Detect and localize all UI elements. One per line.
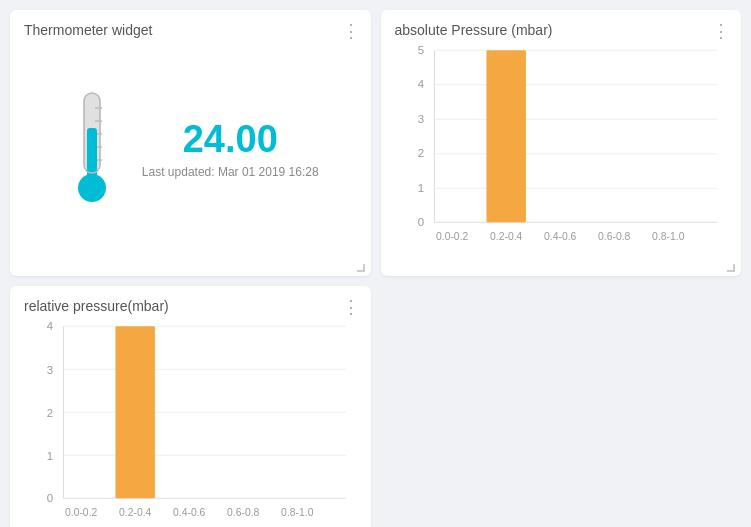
svg-text:0.2-0.4: 0.2-0.4 [119,507,152,518]
svg-rect-22 [486,50,525,222]
svg-text:4: 4 [47,321,53,333]
relative-pressure-title: relative pressure(mbar) [24,298,357,314]
temperature-value: 24.00 [183,118,278,161]
svg-text:0.6-0.8: 0.6-0.8 [227,507,260,518]
svg-text:0: 0 [417,216,423,228]
svg-text:0.4-0.6: 0.4-0.6 [173,507,206,518]
last-updated: Last updated: Mar 01 2019 16:28 [142,165,319,179]
thermometer-menu[interactable]: ⋮ [342,22,361,40]
relative-pressure-chart: 4 3 2 1 0 0.0-0.2 0.2-0.4 0.4-0.6 0.6-0.… [24,318,357,527]
svg-text:1: 1 [47,450,53,462]
svg-text:4: 4 [417,78,423,90]
absolute-pressure-title: absolute Pressure (mbar) [395,22,728,38]
resize-handle[interactable] [357,264,365,272]
svg-text:0.8-1.0: 0.8-1.0 [652,231,685,242]
svg-text:3: 3 [47,364,53,376]
dashboard: Thermometer widget ⋮ [0,0,751,527]
svg-text:5: 5 [417,44,423,56]
thermometer-icon [62,83,122,213]
svg-point-7 [78,174,106,202]
relative-pressure-widget: relative pressure(mbar) ⋮ 4 3 2 1 0 [10,286,371,527]
relative-pressure-menu[interactable]: ⋮ [342,298,361,316]
absolute-pressure-widget: absolute Pressure (mbar) ⋮ 5 4 3 2 1 [381,10,742,276]
thermometer-values: 24.00 Last updated: Mar 01 2019 16:28 [142,118,319,179]
thermometer-widget: Thermometer widget ⋮ [10,10,371,276]
svg-rect-39 [115,326,154,498]
svg-text:1: 1 [417,182,423,194]
svg-text:0.4-0.6: 0.4-0.6 [544,231,577,242]
resize-handle[interactable] [727,264,735,272]
svg-text:2: 2 [417,147,423,159]
svg-text:2: 2 [47,407,53,419]
svg-text:3: 3 [417,113,423,125]
absolute-pressure-menu[interactable]: ⋮ [712,22,731,40]
svg-text:0.0-0.2: 0.0-0.2 [435,231,468,242]
svg-text:0.2-0.4: 0.2-0.4 [490,231,523,242]
svg-text:0.0-0.2: 0.0-0.2 [65,507,98,518]
svg-text:0: 0 [47,493,53,505]
svg-text:0.8-1.0: 0.8-1.0 [281,507,314,518]
thermometer-content: 24.00 Last updated: Mar 01 2019 16:28 [24,42,357,254]
svg-text:0.6-0.8: 0.6-0.8 [598,231,631,242]
thermometer-title: Thermometer widget [24,22,357,38]
svg-rect-6 [87,128,97,178]
absolute-pressure-chart: 5 4 3 2 1 0 0.0-0.2 0.2-0.4 0.4-0.6 0. [395,42,728,258]
